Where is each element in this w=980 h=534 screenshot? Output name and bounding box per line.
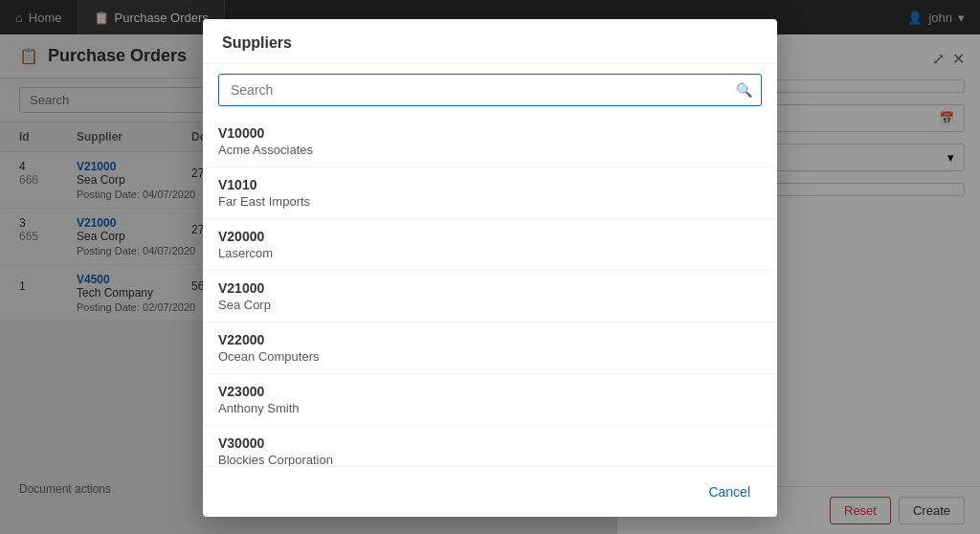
modal-title: Suppliers	[222, 34, 292, 51]
search-icon: 🔍	[736, 82, 752, 98]
supplier-list-item[interactable]: V22000 Ocean Computers	[203, 323, 777, 374]
modal-footer: Cancel	[203, 466, 777, 517]
supplier-name: Lasercom	[218, 246, 762, 260]
supplier-list-item[interactable]: V23000 Anthony Smith	[203, 374, 777, 426]
supplier-name: Ocean Computers	[218, 349, 762, 364]
supplier-list-item[interactable]: V10000 Acme Associates	[203, 116, 777, 167]
supplier-code: V30000	[218, 435, 762, 451]
supplier-name: Acme Associates	[218, 143, 762, 157]
supplier-code: V20000	[218, 229, 762, 244]
supplier-code: V1010	[218, 177, 762, 192]
supplier-name: Far East Imports	[218, 194, 762, 209]
supplier-list: V10000 Acme Associates V1010 Far East Im…	[203, 116, 777, 466]
supplier-code: V23000	[218, 384, 762, 399]
supplier-search-input[interactable]	[218, 74, 762, 106]
supplier-name: Anthony Smith	[218, 401, 762, 415]
supplier-list-item[interactable]: V30000 Blockies Corporation	[203, 426, 777, 466]
modal-search-area: 🔍	[203, 64, 777, 116]
cancel-button[interactable]: Cancel	[697, 478, 762, 505]
supplier-name: Sea Corp	[218, 298, 762, 312]
supplier-code: V21000	[218, 280, 762, 296]
modal-header: Suppliers	[203, 19, 777, 64]
suppliers-modal: Suppliers 🔍 V10000 Acme Associates V1010…	[203, 19, 777, 517]
supplier-list-item[interactable]: V21000 Sea Corp	[203, 271, 777, 323]
modal-overlay[interactable]: Suppliers 🔍 V10000 Acme Associates V1010…	[0, 0, 980, 534]
supplier-name: Blockies Corporation	[218, 453, 762, 466]
supplier-list-item[interactable]: V1010 Far East Imports	[203, 167, 777, 219]
supplier-code: V22000	[218, 332, 762, 347]
supplier-code: V10000	[218, 125, 762, 141]
supplier-list-item[interactable]: V20000 Lasercom	[203, 219, 777, 271]
